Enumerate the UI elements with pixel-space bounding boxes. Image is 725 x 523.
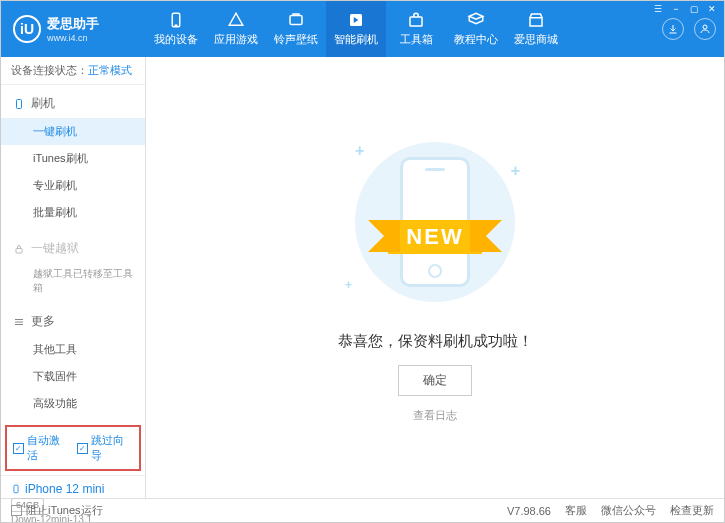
customer-service-link[interactable]: 客服: [565, 503, 587, 518]
menu-icon[interactable]: ☰: [650, 3, 666, 15]
connection-status: 设备连接状态：正常模式: [1, 57, 145, 85]
title-bar: ☰ − ▢ ✕ iU 爱思助手 www.i4.cn 我的设备 应用游戏 铃声壁纸…: [1, 1, 724, 57]
check-label: 跳过向导: [91, 433, 133, 463]
nav-label: 工具箱: [400, 32, 433, 47]
checkbox-icon: ✓: [77, 443, 88, 454]
jailbreak-note: 越狱工具已转移至工具箱: [1, 263, 145, 299]
nav-ringtones[interactable]: 铃声壁纸: [266, 1, 326, 57]
header-actions: [662, 18, 724, 40]
checkbox-icon: [11, 505, 22, 516]
nav-label: 智能刷机: [334, 32, 378, 47]
svg-rect-2: [290, 16, 302, 25]
device-icon: [167, 11, 185, 29]
sidebar-item-advanced[interactable]: 高级功能: [1, 390, 145, 417]
download-button[interactable]: [662, 18, 684, 40]
nav-smart-flash[interactable]: 智能刷机: [326, 1, 386, 57]
section-label: 更多: [31, 313, 55, 330]
toolbox-icon: [407, 11, 425, 29]
device-name-label: iPhone 12 mini: [25, 482, 104, 496]
nav-label: 应用游戏: [214, 32, 258, 47]
svg-rect-8: [16, 248, 22, 253]
main-content: + + + NEW 恭喜您，保资料刷机成功啦！ 确定 查看日志: [146, 57, 724, 498]
logo-icon: iU: [13, 15, 41, 43]
nav-label: 我的设备: [154, 32, 198, 47]
status-label: 设备连接状态：: [11, 64, 88, 76]
section-label: 一键越狱: [31, 240, 79, 257]
apps-icon: [227, 11, 245, 29]
app-url: www.i4.cn: [47, 33, 99, 43]
sidebar-item-other-tools[interactable]: 其他工具: [1, 336, 145, 363]
menu-lines-icon: [13, 316, 25, 328]
view-log-link[interactable]: 查看日志: [413, 408, 457, 423]
close-icon[interactable]: ✕: [704, 3, 720, 15]
phone-icon: [13, 98, 25, 110]
logo: iU 爱思助手 www.i4.cn: [1, 15, 146, 43]
maximize-icon[interactable]: ▢: [686, 3, 702, 15]
check-label: 自动激活: [27, 433, 69, 463]
checkbox-auto-activate[interactable]: ✓ 自动激活: [13, 433, 69, 463]
nav-toolbox[interactable]: 工具箱: [386, 1, 446, 57]
success-illustration: + + + NEW: [325, 132, 545, 312]
success-message: 恭喜您，保资料刷机成功啦！: [338, 332, 533, 351]
nav-store[interactable]: 爱思商城: [506, 1, 566, 57]
sidebar-item-pro-flash[interactable]: 专业刷机: [1, 172, 145, 199]
ringtone-icon: [287, 11, 305, 29]
tutorial-icon: [467, 11, 485, 29]
wechat-link[interactable]: 微信公众号: [601, 503, 656, 518]
svg-point-6: [703, 25, 707, 29]
svg-rect-4: [410, 17, 422, 26]
sidebar-item-download-firmware[interactable]: 下载固件: [1, 363, 145, 390]
nav-label: 爱思商城: [514, 32, 558, 47]
checkbox-icon: ✓: [13, 443, 24, 454]
minimize-icon[interactable]: −: [668, 3, 684, 15]
section-jailbreak[interactable]: 一键越狱: [1, 234, 145, 263]
sidebar: 设备连接状态：正常模式 刷机 一键刷机 iTunes刷机 专业刷机 批量刷机 一…: [1, 57, 146, 498]
nav-label: 铃声壁纸: [274, 32, 318, 47]
nav-label: 教程中心: [454, 32, 498, 47]
check-update-link[interactable]: 检查更新: [670, 503, 714, 518]
section-label: 刷机: [31, 95, 55, 112]
section-more[interactable]: 更多: [1, 307, 145, 336]
checkbox-skip-guide[interactable]: ✓ 跳过向导: [77, 433, 133, 463]
app-title: 爱思助手: [47, 15, 99, 33]
svg-rect-5: [530, 18, 542, 26]
flash-icon: [347, 11, 365, 29]
sidebar-item-itunes-flash[interactable]: iTunes刷机: [1, 145, 145, 172]
nav-my-device[interactable]: 我的设备: [146, 1, 206, 57]
confirm-button[interactable]: 确定: [398, 365, 472, 396]
status-value: 正常模式: [88, 64, 132, 76]
svg-rect-7: [17, 99, 22, 108]
download-icon: [667, 23, 679, 35]
nav-apps[interactable]: 应用游戏: [206, 1, 266, 57]
device-small-icon: [11, 482, 21, 496]
sidebar-item-oneclick-flash[interactable]: 一键刷机: [1, 118, 145, 145]
sidebar-item-batch-flash[interactable]: 批量刷机: [1, 199, 145, 226]
window-controls: ☰ − ▢ ✕: [650, 3, 720, 15]
nav-tutorials[interactable]: 教程中心: [446, 1, 506, 57]
block-itunes-label: 阻止iTunes运行: [26, 503, 103, 518]
user-icon: [699, 23, 711, 35]
user-button[interactable]: [694, 18, 716, 40]
top-nav: 我的设备 应用游戏 铃声壁纸 智能刷机 工具箱 教程中心 爱思商城: [146, 1, 662, 57]
lock-icon: [13, 243, 25, 255]
block-itunes-checkbox[interactable]: 阻止iTunes运行: [11, 503, 103, 518]
option-checks-highlight: ✓ 自动激活 ✓ 跳过向导: [5, 425, 141, 471]
new-ribbon: NEW: [388, 220, 481, 254]
store-icon: [527, 11, 545, 29]
version-label: V7.98.66: [507, 505, 551, 517]
section-flash[interactable]: 刷机: [1, 89, 145, 118]
svg-rect-12: [14, 485, 18, 493]
